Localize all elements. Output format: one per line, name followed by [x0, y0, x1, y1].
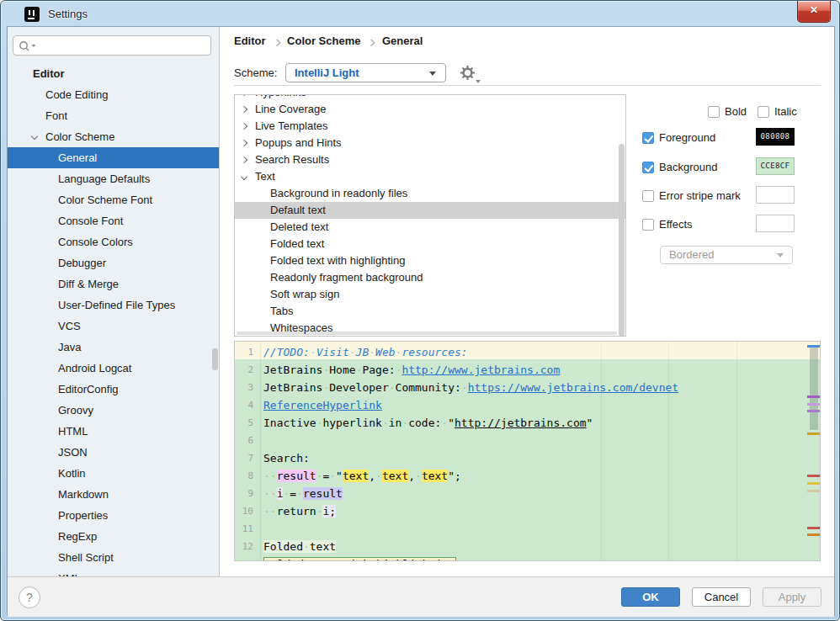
apply-button[interactable]: Apply: [763, 587, 821, 607]
sidebar-item-language-defaults[interactable]: Language Defaults: [8, 168, 220, 189]
foreground-checkbox[interactable]: [642, 132, 654, 144]
scheme-actions-button[interactable]: [460, 66, 479, 82]
editor-line[interactable]: 8··result·=·"text,·text,·text";: [235, 467, 820, 485]
help-button[interactable]: ?: [19, 586, 40, 608]
dropdown-arrow-icon: [476, 80, 481, 83]
sidebar-item-xml[interactable]: XML: [8, 568, 220, 576]
option-item-label: Live Templates: [235, 119, 327, 132]
color-options-rows: HyperlinksLine CoverageLive TemplatesPop…: [235, 94, 625, 337]
bold-checkbox[interactable]: [708, 106, 720, 118]
sidebar-item-font[interactable]: Font: [8, 105, 220, 126]
editor-line[interactable]: 2JetBrains·Home·Page:·http://www.jetbrai…: [235, 361, 820, 379]
background-color-swatch[interactable]: CCE8CF: [756, 157, 795, 175]
sidebar-item-general[interactable]: General: [8, 147, 220, 168]
option-item-soft-wrap-sign[interactable]: Soft wrap sign: [235, 286, 625, 303]
editor-line[interactable]: 7Search:: [235, 449, 820, 467]
editor-line[interactable]: 5Inactive·hyperlink·in·code:·"http://jet…: [235, 414, 820, 432]
option-item-folded-text[interactable]: Folded text: [235, 236, 625, 252]
sidebar-item-debugger[interactable]: Debugger: [8, 252, 220, 273]
intellij-logo-icon: [24, 7, 40, 22]
ok-button[interactable]: OK: [621, 587, 680, 607]
tree-vertical-scrollbar-thumb[interactable]: [619, 144, 625, 337]
sidebar-item-vcs[interactable]: VCS: [8, 316, 220, 337]
sidebar-item-console-colors[interactable]: Console Colors: [8, 231, 220, 252]
sidebar-item-color-scheme-font[interactable]: Color Scheme Font: [8, 189, 220, 210]
sidebar-item-editorconfig[interactable]: EditorConfig: [8, 379, 220, 400]
sidebar-item-java[interactable]: Java: [8, 337, 220, 358]
sidebar-item-label: Code Editing: [8, 88, 108, 101]
sidebar-item-label: Java: [8, 341, 81, 353]
editor-scrollbar-thumb[interactable]: [810, 345, 818, 430]
editor-line[interactable]: 9··i·=·result: [235, 485, 820, 502]
option-item-background-in-readonly-files[interactable]: Background in readonly files: [235, 185, 625, 202]
line-number: 9: [235, 485, 253, 502]
sidebar-item-regexp[interactable]: RegExp: [8, 526, 220, 547]
footer: ? OK Cancel Apply: [8, 576, 834, 617]
italic-checkbox[interactable]: [758, 106, 769, 118]
sidebar-item-kotlin[interactable]: Kotlin: [8, 463, 220, 484]
preview-editor[interactable]: 1//TODO:·Visit·JB·Web·resources:2JetBrai…: [234, 341, 821, 561]
tree-horizontal-scrollbar-thumb[interactable]: [237, 332, 617, 335]
breadcrumb-item-color-scheme[interactable]: Color Scheme: [287, 34, 360, 47]
editor-line[interactable]: 1//TODO:·Visit·JB·Web·resources:: [235, 343, 820, 361]
sidebar-item-editor[interactable]: Editor: [8, 63, 220, 84]
sidebar-item-properties[interactable]: Properties: [8, 505, 220, 526]
stripe-mark: [807, 345, 820, 348]
line-code: Inactive·hyperlink·in·code:·"http://jetb…: [263, 414, 593, 432]
sidebar-item-color-scheme[interactable]: Color Scheme: [8, 126, 220, 147]
stripe-mark: [807, 403, 820, 406]
effects-checkbox[interactable]: [642, 219, 654, 231]
bold-label: Bold: [725, 105, 747, 118]
titlebar[interactable]: Settings ✕: [1, 1, 839, 26]
option-item-search-results[interactable]: Search Results: [235, 151, 625, 168]
background-checkbox[interactable]: [642, 162, 654, 173]
editor-line[interactable]: 12Folded·text: [235, 538, 820, 555]
option-item-popups-and-hints[interactable]: Popups and Hints: [235, 135, 625, 151]
sidebar-item-label: Color Scheme: [8, 130, 114, 143]
settings-window: Settings ✕ EditorCode EditingFontColor S…: [0, 0, 840, 621]
effect-type-select[interactable]: Bordered: [660, 246, 793, 264]
sidebar-item-android-logcat[interactable]: Android Logcat: [8, 358, 220, 379]
sidebar-item-user-defined-file-types[interactable]: User-Defined File Types: [8, 295, 220, 316]
scheme-select[interactable]: IntelliJ Light: [285, 63, 446, 82]
effects-color-swatch[interactable]: [756, 215, 795, 232]
sidebar-item-label: Groovy: [8, 404, 93, 417]
cancel-button[interactable]: Cancel: [692, 587, 751, 607]
line-number: 10: [235, 502, 253, 520]
option-item-folded-text-with-highlighting[interactable]: Folded text with highlighting: [235, 252, 625, 269]
sidebar-item-console-font[interactable]: Console Font: [8, 210, 220, 231]
sidebar-scrollbar-thumb[interactable]: [212, 348, 218, 370]
sidebar-item-label: User-Defined File Types: [8, 299, 175, 311]
close-button[interactable]: ✕: [797, 1, 831, 23]
option-item-deleted-text[interactable]: Deleted text: [235, 219, 625, 236]
sidebar-item-json[interactable]: JSON: [8, 442, 220, 463]
option-item-readonly-fragment-background[interactable]: Readonly fragment background: [235, 269, 625, 286]
breadcrumb-item-general[interactable]: General: [382, 34, 423, 47]
editor-line[interactable]: 4ReferenceHyperlink: [235, 396, 820, 414]
search-input[interactable]: [13, 35, 211, 56]
error-stripe-mark-checkbox[interactable]: [642, 190, 654, 202]
editor-line[interactable]: 3JetBrains·Developer·Community:·https://…: [235, 379, 820, 396]
option-item-hyperlinks[interactable]: Hyperlinks: [235, 94, 625, 101]
sidebar-item-code-editing[interactable]: Code Editing: [8, 84, 220, 105]
error-stripe-mark-color-swatch[interactable]: [756, 186, 795, 204]
option-item-live-templates[interactable]: Live Templates: [235, 118, 625, 135]
foreground-color-swatch[interactable]: 080808: [756, 128, 795, 146]
line-code: Folded·text·with·highlighting: [263, 555, 456, 561]
option-item-line-coverage[interactable]: Line Coverage: [235, 101, 625, 118]
sidebar-item-diff-merge[interactable]: Diff & Merge: [8, 273, 220, 295]
editor-line[interactable]: 6: [235, 432, 820, 449]
option-item-tabs[interactable]: Tabs: [235, 303, 625, 320]
sidebar-item-html[interactable]: HTML: [8, 421, 220, 442]
editor-line[interactable]: 13Folded·text·with·highlighting: [235, 555, 820, 561]
breadcrumb-item-editor[interactable]: Editor: [234, 34, 266, 47]
option-item-text[interactable]: Text: [235, 168, 625, 185]
sidebar-item-shell-script[interactable]: Shell Script: [8, 547, 220, 568]
sidebar-item-label: Android Logcat: [8, 362, 131, 374]
sidebar-item-markdown[interactable]: Markdown: [8, 484, 220, 505]
editor-line[interactable]: 11: [235, 520, 820, 538]
option-item-default-text[interactable]: Default text: [235, 202, 625, 219]
editor-line[interactable]: 10··return·i;: [235, 502, 820, 520]
sidebar-item-groovy[interactable]: Groovy: [8, 400, 220, 421]
line-code: Search:: [263, 449, 310, 467]
